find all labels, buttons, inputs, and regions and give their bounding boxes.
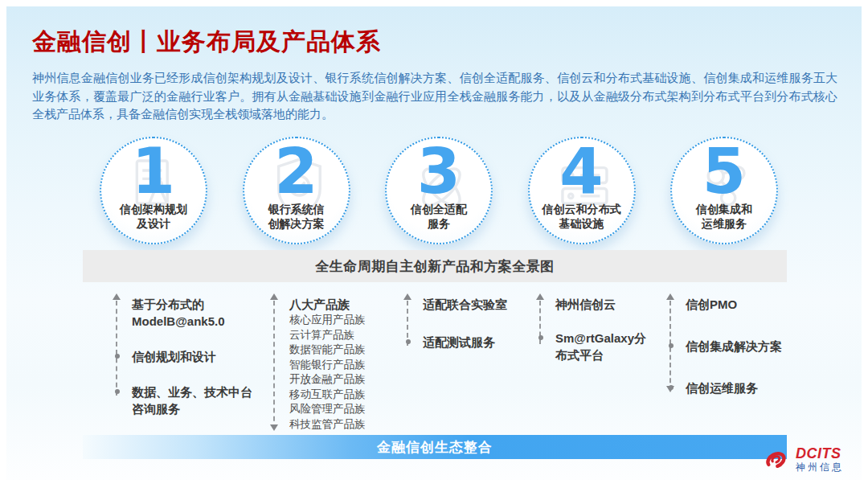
step-number: 4 xyxy=(559,143,603,201)
list-item: 适配联合实验室 xyxy=(423,296,547,313)
step-circle-4: 4 信创云和分布式 基础设施 xyxy=(528,137,636,244)
slide: 金融信创丨业务布局及产品体系 神州信息金融信创业务已经形成信创架构规划及设计、银… xyxy=(6,6,862,480)
arrow-up-icon xyxy=(536,293,544,300)
list-item: 移动互联产品族 xyxy=(289,388,414,403)
list-item: 智能银行产品族 xyxy=(289,358,414,373)
arrow-down-icon xyxy=(270,424,278,431)
arrow-up-icon xyxy=(113,293,121,300)
list-item: 基于分布式的 ModelB@ank5.0 xyxy=(132,296,280,330)
step-circle-2: 2 银行系统信 创解决方案 xyxy=(243,137,350,244)
arrow-up-icon xyxy=(403,293,411,300)
logo-company: 神州信息 xyxy=(796,462,844,472)
step-circle-1: 1 信创架构规划 及设计 xyxy=(100,137,207,244)
step-label: 信创架构规划 及设计 xyxy=(120,202,187,231)
list-item: 科技监管产品族 xyxy=(289,417,414,433)
column-integration-ops: 信创PMO 信创集成解决方案 信创运维服务 xyxy=(669,296,822,421)
column-cloud-platform: 神州信创云 Sm@rtGalaxy分 布式平台 xyxy=(539,296,684,380)
business-steps-row: 1 信创架构规划 及设计 2 银行系统信 创解决方案 3 信创全适配 服务 xyxy=(100,137,778,248)
step-label: 信创全适配 服务 xyxy=(411,202,467,231)
panorama-banner: 全生命周期自主创新产品和方案全景图 xyxy=(83,250,787,282)
intro-paragraph: 神州信息金融信创业务已经形成信创架构规划及设计、银行系统信创解决方案、信创全适配… xyxy=(32,69,837,124)
page-title: 金融信创丨业务布局及产品体系 xyxy=(32,26,381,59)
dashed-line xyxy=(273,301,275,429)
column-adaptation: 适配联合实验室 适配测试服务 xyxy=(407,296,547,371)
logo-brand: DCITS xyxy=(796,446,841,461)
list-item: 信创规划和设计 xyxy=(132,348,280,365)
step-number: 5 xyxy=(702,143,746,201)
step-label: 银行系统信 创解决方案 xyxy=(268,202,325,231)
step-label: 信创云和分布式 基础设施 xyxy=(542,202,621,231)
dcits-swirl-icon xyxy=(759,443,791,475)
list-item: 核心应用产品族 xyxy=(289,313,414,328)
step-label: 信创集成和 运维服务 xyxy=(696,202,752,231)
list-item: 信创集成解决方案 xyxy=(686,338,822,355)
list-item: 信创运维服务 xyxy=(686,379,822,396)
list-item: 开放金融产品族 xyxy=(289,372,414,388)
column-product-families: 八大产品族 核心应用产品族 云计算产品族 数据智能产品族 智能银行产品族 开放金… xyxy=(273,296,414,432)
step-circle-5: 5 信创集成和 运维服务 xyxy=(670,137,778,244)
list-item: 信创PMO xyxy=(686,296,822,313)
list-item: 风险管理产品族 xyxy=(289,402,414,417)
step-number: 2 xyxy=(274,143,317,201)
step-number: 1 xyxy=(132,143,175,201)
step-circle-3: 3 信创全适配 服务 xyxy=(385,137,493,244)
list-header: 八大产品族 xyxy=(289,296,414,313)
arrow-up-icon xyxy=(666,293,674,300)
logo-text: DCITS 神州信息 xyxy=(796,446,844,472)
list-item: 云计算产品族 xyxy=(289,328,414,343)
list-item: Sm@rtGalaxy分 布式平台 xyxy=(555,330,684,363)
ecosystem-banner: 金融信创生态整合 xyxy=(83,435,787,459)
dashed-line xyxy=(116,301,117,396)
list-item: 神州信创云 xyxy=(555,296,684,313)
step-number: 3 xyxy=(417,143,461,201)
column-architecture: 基于分布式的 ModelB@ank5.0 信创规划和设计 数据、业务、技术中台 … xyxy=(116,296,280,436)
list-item: 数据智能产品族 xyxy=(289,342,414,358)
list-item: 数据、业务、技术中台 咨询服务 xyxy=(132,383,280,417)
list-item: 适配测试服务 xyxy=(423,334,547,351)
company-logo: DCITS 神州信息 xyxy=(759,443,844,475)
arrow-up-icon xyxy=(270,293,278,300)
